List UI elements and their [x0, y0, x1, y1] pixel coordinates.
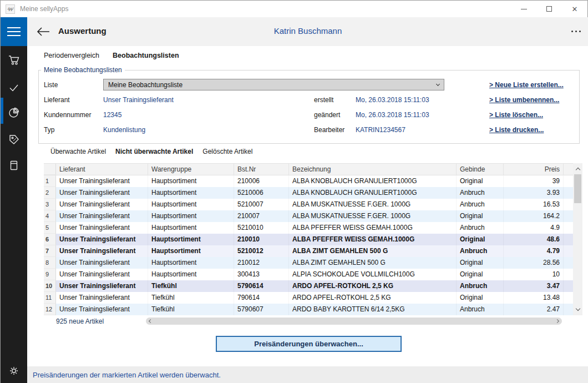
- cell-gebinde: Anbruch: [457, 199, 504, 210]
- liste-label: Liste: [44, 81, 103, 89]
- header-warengruppe[interactable]: Warengruppe: [148, 164, 234, 175]
- active-nav-indicator: [1, 98, 3, 124]
- header-bstnr[interactable]: Bst.Nr: [234, 164, 289, 175]
- table-row[interactable]: 3 Unser Trainingslieferant Hauptsortimen…: [44, 199, 573, 210]
- erstellt-label: erstellt: [314, 96, 356, 104]
- close-button[interactable]: ✕: [562, 1, 587, 17]
- header-bezeichnung[interactable]: Bezeichnung: [289, 164, 457, 175]
- cell-bezeichnung: ARDO APFEL-ROTKOHL 2,5 KG: [289, 280, 457, 292]
- table-row[interactable]: 11 Unser Trainingslieferant Tiefkühl 790…: [44, 292, 573, 304]
- cell-lieferant: Unser Trainingslieferant: [56, 222, 148, 234]
- minimize-button[interactable]: [511, 1, 536, 17]
- cell-preis: 3.93: [504, 187, 564, 199]
- sidebar-item-prices[interactable]: [8, 133, 20, 145]
- watchlist-groupbox: Meine Beobachtungslisten Liste Meine Beo…: [38, 66, 580, 144]
- status-bar: Preisänderungen der markierten Artikel w…: [27, 366, 588, 383]
- lieferant-label: Lieferant: [44, 96, 103, 104]
- link-liste-drucken[interactable]: > Liste drucken...: [489, 123, 564, 138]
- cell-bstnr: 5210007: [234, 199, 289, 210]
- cell-row-number: 9: [44, 269, 56, 280]
- cell-bezeichnung: ALBA MUSKATNUESSE F.GER. 1000G: [289, 210, 457, 222]
- link-neue-liste-erstellen[interactable]: > Neue Liste erstellen...: [489, 78, 564, 93]
- list-actions: > Neue Liste erstellen... > Liste umbene…: [489, 78, 564, 138]
- cell-row-number: 1: [44, 175, 56, 187]
- table-row[interactable]: 12 Unser Trainingslieferant Tiefkühl 579…: [44, 304, 573, 315]
- checkmark-icon: [8, 82, 20, 94]
- cell-lieferant: Unser Trainingslieferant: [56, 269, 148, 280]
- more-options-button[interactable]: [571, 31, 581, 32]
- settings-button[interactable]: [8, 365, 20, 377]
- maximize-icon: [546, 6, 552, 12]
- app-logo-icon: w: [6, 4, 15, 14]
- table-row[interactable]: 2 Unser Trainingslieferant Hauptsortimen…: [44, 187, 573, 199]
- title-bar: w Meine sellyApps ✕: [1, 1, 587, 17]
- cell-row-number: 12: [44, 304, 56, 315]
- subtab-ueberwachte-artikel[interactable]: Überwachte Artikel: [50, 148, 106, 155]
- scroll-left-icon: [149, 319, 153, 323]
- tab-beobachtungslisten[interactable]: Beobachtungslisten: [113, 52, 179, 59]
- subtab-nicht-ueberwachte-artikel[interactable]: Nicht überwachte Artikel: [115, 148, 193, 155]
- cell-lieferant: Unser Trainingslieferant: [56, 245, 148, 257]
- window-title: Meine sellyApps: [20, 5, 68, 13]
- table-row[interactable]: 4 Unser Trainingslieferant Hauptsortimen…: [44, 210, 573, 222]
- vertical-scroll-thumb[interactable]: [574, 174, 581, 203]
- maximize-button[interactable]: [536, 1, 562, 17]
- cell-lieferant: Unser Trainingslieferant: [56, 187, 148, 199]
- cell-warengruppe: Tiefkühl: [148, 280, 234, 292]
- table-row[interactable]: 1 Unser Trainingslieferant Hauptsortimen…: [44, 175, 573, 187]
- table-row[interactable]: 9 Unser Trainingslieferant Hauptsortimen…: [44, 269, 573, 280]
- cell-bezeichnung: ARDO BABY KAROTTEN 6/14 2,5KG: [289, 304, 457, 315]
- cell-row-number: 10: [44, 280, 56, 292]
- cell-preis: 39: [504, 175, 564, 187]
- typ-label: Typ: [44, 126, 103, 134]
- cell-bezeichnung: ALBA PFEFFER WEISS GEMAH.1000G: [289, 222, 457, 234]
- header-gebinde[interactable]: Gebinde: [457, 164, 504, 175]
- cell-lieferant: Unser Trainingslieferant: [56, 175, 148, 187]
- hamburger-menu-button[interactable]: [1, 17, 27, 46]
- cell-bstnr: 5790614: [234, 280, 289, 292]
- cell-bstnr: 790614: [234, 292, 289, 304]
- link-liste-loeschen[interactable]: > Liste löschen...: [489, 108, 564, 123]
- cell-warengruppe: Hauptsortiment: [148, 269, 234, 280]
- watch-price-changes-button[interactable]: Preisänderungen überwachen...: [216, 336, 402, 352]
- cell-bstnr: 5790607: [234, 304, 289, 315]
- lieferant-value: Unser Trainingslieferant: [103, 96, 314, 104]
- book-icon: [8, 159, 20, 172]
- table-row[interactable]: 8 Unser Trainingslieferant Hauptsortimen…: [44, 257, 573, 269]
- sidebar-item-tasks[interactable]: [8, 82, 20, 94]
- sidebar-item-reports[interactable]: [8, 107, 20, 119]
- scroll-down-button[interactable]: [573, 305, 582, 314]
- table-row[interactable]: 6 Unser Trainingslieferant Hauptsortimen…: [44, 234, 573, 245]
- geaendert-value: Mo, 26.03.2018 15:11:03: [356, 111, 488, 119]
- table-row[interactable]: 7 Unser Trainingslieferant Hauptsortimen…: [44, 245, 573, 257]
- cell-row-number: 11: [44, 292, 56, 304]
- horizontal-scrollbar[interactable]: [146, 318, 562, 325]
- vertical-scrollbar[interactable]: [573, 163, 582, 315]
- scroll-up-button[interactable]: [573, 164, 582, 174]
- sidebar-item-catalog[interactable]: [8, 159, 20, 172]
- header-lieferant[interactable]: Lieferant: [56, 164, 148, 175]
- status-text: Preisänderungen der markierten Artikel w…: [33, 371, 221, 379]
- table-row[interactable]: 10 Unser Trainingslieferant Tiefkühl 579…: [44, 280, 573, 292]
- subtab-geloeschte-artikel[interactable]: Gelöschte Artikel: [202, 148, 252, 155]
- article-subtabs: Überwachte Artikel Nicht überwachte Arti…: [50, 148, 252, 155]
- table-row[interactable]: 5 Unser Trainingslieferant Hauptsortimen…: [44, 222, 573, 234]
- gear-icon: [8, 365, 20, 377]
- cell-bezeichnung: ALBA KNOBLAUCH GRANULIERT1000G: [289, 187, 457, 199]
- cell-warengruppe: Hauptsortiment: [148, 222, 234, 234]
- new-articles-count: 925 neue Artikel: [56, 318, 104, 325]
- watchlist-select[interactable]: Meine Beobachtungsliste: [103, 79, 444, 90]
- cell-preis: 2.47: [504, 304, 564, 315]
- cell-warengruppe: Hauptsortiment: [148, 234, 234, 245]
- link-liste-umbenennen[interactable]: > Liste umbenennen...: [489, 93, 564, 108]
- cell-preis: 10: [504, 269, 564, 280]
- tab-periodenvergleich[interactable]: Periodenvergleich: [44, 52, 99, 59]
- sidebar-item-cart[interactable]: [8, 54, 20, 66]
- header-preis[interactable]: Preis: [504, 164, 564, 175]
- dropdown-chevron-icon: [436, 82, 440, 85]
- cell-bstnr: 210006: [234, 175, 289, 187]
- cell-preis: 4.79: [504, 245, 564, 257]
- kundennummer-label: Kundennummer: [44, 111, 103, 119]
- kundennummer-value: 12345: [103, 111, 314, 119]
- cell-warengruppe: Hauptsortiment: [148, 199, 234, 210]
